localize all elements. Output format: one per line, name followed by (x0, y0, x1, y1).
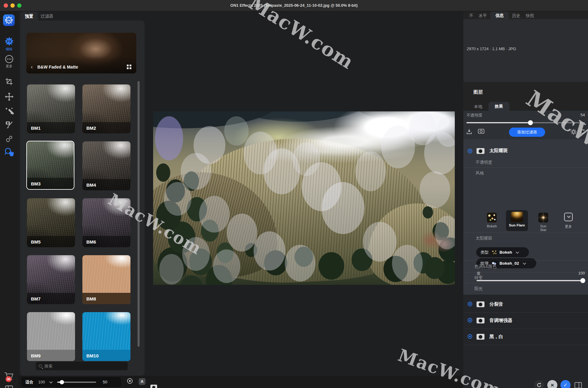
filter-enabled-radio[interactable] (468, 302, 472, 306)
slider-thumb[interactable] (528, 120, 533, 125)
zoom-chevron-icon[interactable] (49, 380, 52, 383)
cart-badge: 30 (6, 376, 12, 382)
section-sunshine[interactable]: 阳光 (474, 286, 483, 292)
preset-tile[interactable]: BM4 (82, 141, 130, 190)
style-option-sun-star[interactable]: Sun Star (537, 213, 550, 232)
tab-history[interactable]: 历史 (512, 13, 520, 19)
apply-button[interactable]: ✓ (560, 380, 571, 388)
favorite-heart-icon[interactable]: ♡ (66, 143, 71, 149)
photo-canvas[interactable] (153, 111, 455, 285)
master-opacity-slider[interactable] (466, 122, 585, 123)
type-dropdown[interactable]: 类型 Bokeh (476, 247, 529, 257)
undo-button[interactable] (534, 380, 544, 388)
add-filter-button[interactable]: 添加过滤器 (509, 128, 545, 137)
settings-gear-icon[interactable] (571, 129, 577, 135)
search-input[interactable] (44, 364, 118, 368)
fit-label[interactable]: 适合 (25, 379, 33, 385)
filter-mask-icon[interactable] (477, 334, 484, 340)
tool-zoom-pan[interactable] (0, 147, 18, 157)
zoom-value[interactable]: 100 (38, 380, 45, 384)
back-chevron-icon[interactable]: ‹ (31, 64, 33, 70)
compare-view-button[interactable]: A (139, 378, 145, 385)
section-transform[interactable]: 转变 (474, 275, 483, 281)
svg-text:FX: FX (7, 19, 11, 22)
tool-move[interactable] (0, 92, 18, 101)
tool-more[interactable]: 更多 (0, 55, 18, 69)
preset-tile[interactable]: BM9 (27, 312, 75, 361)
filter-row-split-tone[interactable]: 分裂音 (463, 296, 588, 312)
refine-circles-icon (5, 135, 13, 143)
preset-tile[interactable]: BM10 (82, 312, 130, 361)
tab-effects[interactable]: 效果 (488, 102, 509, 111)
tab-snapshots[interactable]: 快照 (526, 13, 534, 19)
magic-wand-icon (5, 106, 14, 116)
image-info-line: 2970 x 1724 · 1.1 MB · JPG (467, 47, 516, 51)
section-tone-color[interactable]: 色调&&颜色 (474, 264, 496, 269)
sun-flare-section-label: 太阳耀斑 (476, 236, 492, 241)
tab-navigator[interactable]: 不 (469, 13, 473, 19)
more-label: 更多 (0, 64, 18, 69)
style-option-more[interactable]: 更多 (562, 213, 575, 229)
filter-enabled-radio[interactable] (468, 149, 472, 153)
preset-search[interactable] (36, 362, 128, 370)
preset-name: BM9 (31, 353, 41, 358)
right-panel-toggle-icon[interactable] (574, 382, 582, 388)
type-value: Bokeh (499, 250, 512, 255)
slider-thumb[interactable] (580, 278, 585, 283)
amount-slider[interactable] (477, 280, 584, 281)
right-panel: 不 水平 信息 历史 快照 2970 x 1724 · 1.1 MB · JPG… (463, 11, 588, 388)
tool-crop[interactable] (0, 77, 18, 86)
preview-eye-button[interactable] (127, 378, 133, 384)
filter-mask-icon[interactable] (477, 301, 484, 307)
tab-filters[interactable]: 过滤器 (40, 13, 53, 19)
store-cart-button[interactable]: 30 (0, 372, 18, 381)
filter-row-tone-enhancer[interactable]: 音调增强器 (463, 312, 588, 329)
grid-view-icon[interactable] (127, 65, 131, 69)
save-preset-icon[interactable] (466, 128, 473, 135)
preset-tile[interactable]: BM8 (82, 255, 130, 304)
preset-name: BM1 (31, 125, 41, 131)
filter-opacity-label[interactable]: 不透明度 (476, 160, 492, 165)
style-section-label[interactable]: 风格 (476, 170, 484, 176)
tool-mask-brush[interactable] (0, 121, 18, 129)
preset-tile[interactable]: BM5 (27, 198, 75, 247)
reset-undo-icon[interactable] (580, 129, 586, 135)
style-option-bokeh[interactable]: Bokeh (485, 213, 498, 228)
preset-name: BM5 (31, 239, 41, 244)
filter-mask-icon[interactable] (477, 148, 484, 154)
filter-enabled-radio[interactable] (468, 318, 472, 323)
preset-tile[interactable]: BM2 (82, 84, 130, 133)
tool-edit[interactable]: FX 编辑 (0, 36, 18, 51)
master-mask-icon[interactable] (478, 129, 484, 134)
texture-value: Bokeh_02 (499, 261, 519, 266)
tab-info[interactable]: 信息 (490, 12, 509, 19)
sun-star-style-thumbnail (538, 213, 548, 222)
zoom-hand-icon (4, 147, 14, 157)
preset-name: BM2 (86, 125, 96, 131)
bottom-toolbar: 适合 100 50 A (18, 376, 463, 388)
filter-enabled-radio[interactable] (468, 334, 472, 339)
layers-title: 图层 (473, 89, 483, 95)
tab-local[interactable]: 本地 (474, 104, 482, 110)
preset-tile[interactable]: BM6 (82, 198, 130, 247)
style-option-sun-flare-selected[interactable]: Sun Flare (506, 210, 528, 231)
filter-title[interactable]: 太阳耀斑 (489, 148, 508, 154)
browse-panel-toggle[interactable] (0, 385, 18, 388)
fx-logo-icon: FX (5, 16, 13, 24)
preset-tile-selected[interactable]: ♡ BM3 (26, 141, 74, 190)
tab-levels[interactable]: 水平 (479, 13, 487, 19)
presets-scrollbar[interactable] (138, 81, 140, 347)
mask-view-button[interactable] (150, 385, 157, 388)
preset-tile[interactable]: BM1 (27, 84, 75, 133)
tab-presets[interactable]: 预置 (20, 12, 38, 21)
tool-refine[interactable] (0, 135, 18, 143)
undo-icon (537, 382, 542, 388)
filter-mask-icon[interactable] (477, 318, 484, 323)
tool-masking-wand[interactable] (0, 106, 18, 116)
preset-pack-header[interactable]: ‹ B&W Faded & Matte (26, 33, 136, 73)
preset-tile[interactable]: BM7 (27, 255, 75, 304)
preview-slider[interactable] (57, 382, 96, 383)
cancel-button[interactable]: × (547, 380, 557, 388)
filter-row-black-white[interactable]: 黑，白 (463, 329, 588, 345)
slider-thumb[interactable] (60, 380, 64, 384)
